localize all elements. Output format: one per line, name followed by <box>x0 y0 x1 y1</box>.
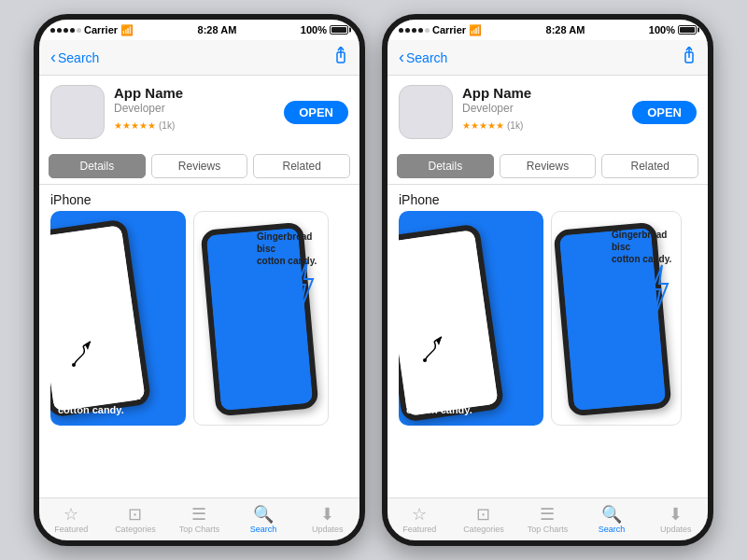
back-label-right: Search <box>406 50 447 65</box>
open-button-left[interactable]: OPEN <box>284 101 348 124</box>
time-label-right: 8:28 AM <box>546 24 585 35</box>
app-info-left: App Name Developer ★★★★★ (1k) <box>114 85 275 131</box>
signal-dot-1 <box>50 28 55 33</box>
signal-dot-4 <box>70 28 75 33</box>
tab-bar-left: ☆ Featured ⊡ Categories ☰ Top Charts 🔍 S… <box>39 497 359 540</box>
segment-reviews-right[interactable]: Reviews <box>500 154 597 178</box>
battery-percent-right: 100% <box>649 24 675 35</box>
nav-bar-left: ‹ Search <box>39 40 359 76</box>
battery-icon-right <box>678 25 697 35</box>
status-bar-right: Carrier 📶 8:28 AM 100% <box>388 20 708 40</box>
topcharts-label-left: Top Charts <box>179 525 220 534</box>
app-info-right: App Name Developer ★★★★★ (1k) <box>462 85 623 131</box>
screenshot-text-right-left: Gingerbread bisccotton candy. <box>257 231 322 267</box>
screenshot-section-right: iPhone Gummies biscuitcotton candy. <box>388 185 708 497</box>
svg-point-2 <box>72 363 76 367</box>
tab-categories-left[interactable]: ⊡ Categories <box>104 506 168 534</box>
screenshot-card-2-left[interactable]: Gingerbread bisccotton candy. <box>193 211 329 426</box>
status-right: 100% <box>301 24 348 35</box>
swirl-icon-left <box>64 337 102 374</box>
signal-dot-3 <box>63 28 68 33</box>
nav-bar-right: ‹ Search <box>388 40 708 76</box>
tab-featured-left[interactable]: ☆ Featured <box>39 506 104 534</box>
updates-label-left: Updates <box>312 525 344 534</box>
inner-phone-screen-1-right <box>399 230 499 416</box>
search-icon-right: 🔍 <box>601 506 622 523</box>
search-label-right: Search <box>599 525 626 534</box>
signal-dot-5 <box>77 28 81 33</box>
segment-related-left[interactable]: Related <box>253 154 350 178</box>
status-left: Carrier 📶 <box>50 24 134 36</box>
status-right-right: 100% <box>649 24 697 35</box>
screenshot-text-bottom-left: Gummies biscuitcotton candy. <box>58 389 141 416</box>
signal-dots <box>50 28 81 33</box>
stars-right: ★★★★★ <box>462 120 504 131</box>
chevron-left-icon: ‹ <box>50 49 56 65</box>
battery-fill-right <box>680 27 695 33</box>
segment-details-right[interactable]: Details <box>397 154 494 178</box>
screenshot-card-2-right[interactable]: Gingerbread bisccotton candy. <box>551 211 682 426</box>
app-stars-right: ★★★★★ (1k) <box>462 120 623 131</box>
updates-icon-left: ⬇ <box>320 506 334 523</box>
back-button-left[interactable]: ‹ Search <box>50 49 99 65</box>
screenshot-card-1-right[interactable]: Gummies biscuitcotton candy. <box>399 211 543 426</box>
lightning-icon-right <box>645 263 673 319</box>
categories-label-left: Categories <box>115 525 156 534</box>
carrier-label: Carrier <box>84 24 118 35</box>
battery-fill <box>331 27 346 33</box>
tab-categories-right[interactable]: ⊡ Categories <box>452 506 516 534</box>
segment-reviews-left[interactable]: Reviews <box>151 154 248 178</box>
back-label-left: Search <box>58 50 99 65</box>
segment-details-left[interactable]: Details <box>49 154 146 178</box>
segment-control-left: Details Reviews Related <box>39 148 359 185</box>
phone-right: Carrier 📶 8:28 AM 100% ‹ Search <box>382 14 713 546</box>
featured-icon-left: ☆ <box>63 506 78 523</box>
screenshot-text-bottom-right: Gummies biscuitcotton candy. <box>406 389 489 416</box>
tab-topcharts-right[interactable]: ☰ Top Charts <box>515 506 580 534</box>
inner-phone-1-left <box>50 218 151 417</box>
topcharts-icon-right: ☰ <box>540 506 555 523</box>
share-button-right[interactable] <box>682 47 697 69</box>
tab-topcharts-left[interactable]: ☰ Top Charts <box>167 506 232 534</box>
topcharts-icon-left: ☰ <box>191 506 206 523</box>
tab-updates-right[interactable]: ⬇ Updates <box>643 506 708 534</box>
app-header-left: App Name Developer ★★★★★ (1k) OPEN <box>39 76 359 148</box>
status-bar-left: Carrier 📶 8:28 AM 100% <box>39 20 359 40</box>
iphone-label-left: iPhone <box>39 185 359 211</box>
svg-point-7 <box>423 358 427 362</box>
topcharts-label-right: Top Charts <box>528 525 569 534</box>
swirl-icon-right <box>416 332 453 370</box>
segment-related-right[interactable]: Related <box>601 154 698 178</box>
categories-icon-left: ⊡ <box>128 506 142 523</box>
signal-dot-r2 <box>405 28 410 33</box>
categories-icon-right: ⊡ <box>476 506 490 523</box>
updates-icon-right: ⬇ <box>669 506 683 523</box>
back-button-right[interactable]: ‹ Search <box>399 49 447 65</box>
lightning-icon-left <box>290 259 318 315</box>
signal-dot-2 <box>57 28 62 33</box>
open-button-right[interactable]: OPEN <box>632 101 697 124</box>
inner-phone-screen-1 <box>50 225 146 412</box>
phone-left: Carrier 📶 8:28 AM 100% ‹ Search <box>34 14 365 546</box>
review-count-right: (1k) <box>507 120 523 131</box>
tab-search-right[interactable]: 🔍 Search <box>580 506 644 534</box>
time-label: 8:28 AM <box>198 24 237 35</box>
tab-updates-left[interactable]: ⬇ Updates <box>295 506 359 534</box>
screenshot-card-1-left[interactable]: Gummies biscuitcotton candy. <box>50 211 186 426</box>
screenshots-row-right: Gummies biscuitcotton candy. Gingerbread… <box>388 211 708 497</box>
stars-left: ★★★★★ <box>114 120 156 131</box>
featured-icon-right: ☆ <box>412 506 427 523</box>
tab-search-left[interactable]: 🔍 Search <box>232 506 296 534</box>
screenshot-text-right-right: Gingerbread bisccotton candy. <box>612 229 677 265</box>
app-name-right: App Name <box>462 85 623 101</box>
segment-control-right: Details Reviews Related <box>388 148 708 185</box>
signal-dots-right <box>399 28 430 33</box>
screenshot-section-left: iPhone Gummies biscuitcotton candy. <box>39 185 359 497</box>
share-button-left[interactable] <box>333 47 348 69</box>
app-icon-right <box>399 85 453 139</box>
search-icon-left: 🔍 <box>253 506 274 523</box>
featured-label-right: Featured <box>402 525 436 534</box>
iphone-label-right: iPhone <box>388 185 708 211</box>
tab-featured-right[interactable]: ☆ Featured <box>388 506 452 534</box>
carrier-label-right: Carrier <box>432 24 466 35</box>
